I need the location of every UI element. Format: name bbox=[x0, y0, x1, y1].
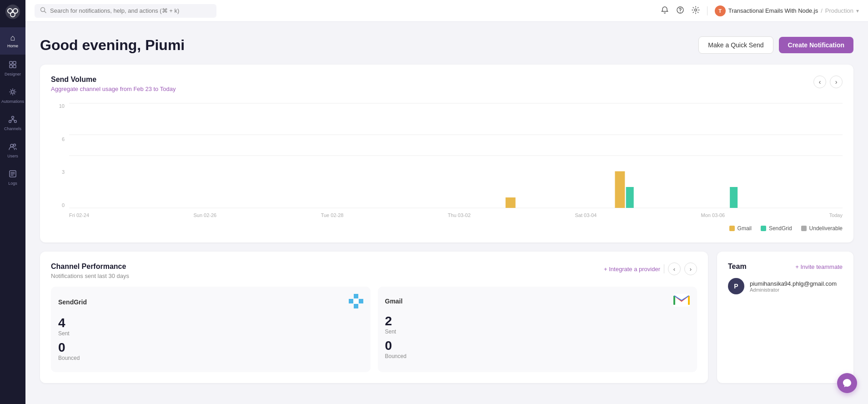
legend-undeliverable: Undeliverable bbox=[801, 225, 843, 232]
sidebar-logo bbox=[5, 4, 21, 20]
header-actions: Make a Quick Send Create Notification bbox=[698, 36, 853, 54]
search-icon bbox=[40, 7, 46, 15]
svg-rect-5 bbox=[13, 61, 16, 64]
team-card: Team + Invite teammate P piumihansika94.… bbox=[717, 252, 853, 383]
chart-x-mon: Mon 03-06 bbox=[701, 212, 725, 218]
workspace-selector[interactable]: T Transactional Emails With Node.js / Pr… bbox=[715, 5, 859, 16]
chart-x-labels: Fri 02-24 Sun 02-26 Tue 02-28 Thu 03-02 … bbox=[69, 209, 843, 222]
chart-x-sat: Sat 03-04 bbox=[575, 212, 597, 218]
workspace-env: Production bbox=[825, 7, 853, 14]
channel-prev-button[interactable]: ‹ bbox=[668, 263, 681, 275]
svg-rect-25 bbox=[354, 299, 358, 303]
legend-gmail: Gmail bbox=[729, 225, 752, 232]
workspace-chevron-icon: ▾ bbox=[856, 8, 859, 14]
chart-legend: Gmail SendGrid Undeliverable bbox=[51, 225, 843, 232]
chart-next-button[interactable]: › bbox=[830, 76, 843, 88]
bar-mon-gmail bbox=[615, 172, 625, 208]
chart-x-tue: Tue 02-28 bbox=[321, 212, 344, 218]
svg-point-18 bbox=[694, 9, 697, 11]
legend-sendgrid: SendGrid bbox=[761, 225, 792, 232]
chat-icon bbox=[842, 378, 852, 388]
sidebar-label-automations: Automations bbox=[1, 99, 24, 104]
svg-point-12 bbox=[10, 144, 13, 147]
sendgrid-other-label: Bounced bbox=[58, 355, 363, 361]
gmail-sent-label: Sent bbox=[385, 328, 690, 335]
settings-icon[interactable] bbox=[692, 6, 700, 16]
svg-point-13 bbox=[14, 144, 16, 146]
topbar-right: T Transactional Emails With Node.js / Pr… bbox=[661, 5, 859, 16]
gmail-sent-value: 2 bbox=[385, 314, 690, 328]
chart-y-0: 0 bbox=[62, 202, 65, 208]
channel-header-divider bbox=[664, 264, 664, 273]
channel-grid: SendGrid bbox=[51, 287, 697, 372]
sidebar-label-logs: Logs bbox=[8, 181, 17, 186]
sidebar-label-channels: Channels bbox=[4, 126, 21, 131]
logs-icon bbox=[9, 170, 17, 179]
channel-item-gmail-header: Gmail bbox=[385, 294, 690, 308]
team-member: P piumihansika94.phlg@gmail.com Administ… bbox=[728, 278, 843, 294]
content-area: Good evening, Piumi Make a Quick Send Cr… bbox=[25, 22, 868, 404]
chart-x-thu: Thu 03-02 bbox=[448, 212, 471, 218]
svg-point-8 bbox=[11, 91, 14, 93]
bell-icon[interactable] bbox=[661, 6, 669, 16]
channel-name-gmail: Gmail bbox=[385, 298, 403, 305]
channel-next-button[interactable]: › bbox=[684, 263, 697, 275]
svg-rect-4 bbox=[10, 61, 12, 64]
workspace-env-separator: / bbox=[821, 7, 823, 14]
topbar-divider bbox=[707, 6, 707, 15]
member-role: Administrator bbox=[750, 287, 843, 293]
page-title: Good evening, Piumi bbox=[40, 37, 185, 54]
svg-rect-30 bbox=[688, 296, 690, 305]
send-volume-subtitle: Aggregate channel usage from Feb 23 to T… bbox=[51, 86, 176, 92]
team-title: Team bbox=[728, 263, 747, 271]
gmail-other-label: Bounced bbox=[385, 353, 690, 359]
svg-point-17 bbox=[680, 12, 681, 13]
help-icon[interactable] bbox=[676, 6, 684, 16]
workspace-avatar: T bbox=[715, 5, 726, 16]
sidebar-item-logs[interactable]: Logs bbox=[0, 164, 25, 191]
chart-y-labels: 10 6 3 0 bbox=[51, 103, 67, 208]
sidebar-item-home[interactable]: ⌂ Home bbox=[0, 27, 25, 55]
chart-y-10: 10 bbox=[59, 103, 65, 109]
channel-item-gmail: Gmail bbox=[378, 287, 697, 372]
chart-y-6: 6 bbox=[62, 136, 65, 142]
quick-send-button[interactable]: Make a Quick Send bbox=[698, 36, 773, 54]
bar-mon-sendgrid bbox=[626, 187, 634, 208]
chart-prev-button[interactable]: ‹ bbox=[813, 76, 826, 88]
legend-sendgrid-dot bbox=[761, 226, 766, 231]
svg-rect-29 bbox=[673, 296, 675, 305]
chat-bubble[interactable] bbox=[837, 373, 857, 393]
sendgrid-sent-label: Sent bbox=[58, 330, 363, 337]
sendgrid-logo-icon bbox=[349, 294, 363, 310]
chart-svg-container bbox=[69, 103, 843, 208]
chart-svg bbox=[69, 103, 843, 208]
team-header: Team + Invite teammate bbox=[728, 263, 843, 271]
sidebar-label-designer: Designer bbox=[5, 72, 21, 76]
chart-x-sun: Sun 02-26 bbox=[193, 212, 216, 218]
sidebar: ⌂ Home Designer Automations bbox=[0, 0, 25, 404]
send-volume-title: Send Volume bbox=[51, 76, 176, 84]
automations-icon bbox=[9, 88, 17, 97]
channel-perf-title: Channel Performance bbox=[51, 263, 129, 271]
search-box[interactable] bbox=[35, 4, 216, 18]
sidebar-item-designer[interactable]: Designer bbox=[0, 55, 25, 82]
gmail-logo-icon bbox=[673, 294, 690, 308]
bar-sat-gmail bbox=[506, 197, 516, 208]
channel-performance-card: Channel Performance Notifications sent l… bbox=[40, 252, 708, 383]
workspace-name: Transactional Emails With Node.js bbox=[728, 7, 818, 14]
sidebar-item-automations[interactable]: Automations bbox=[0, 82, 25, 109]
legend-undeliverable-label: Undeliverable bbox=[809, 225, 843, 232]
bottom-section: Channel Performance Notifications sent l… bbox=[40, 252, 853, 383]
send-volume-card: Send Volume Aggregate channel usage from… bbox=[40, 65, 853, 242]
create-notification-button[interactable]: Create Notification bbox=[779, 37, 853, 53]
integrate-provider-link[interactable]: + Integrate a provider bbox=[604, 266, 660, 273]
channel-item-sendgrid: SendGrid bbox=[51, 287, 371, 372]
search-input[interactable] bbox=[50, 7, 211, 14]
legend-sendgrid-label: SendGrid bbox=[769, 225, 792, 232]
invite-teammate-link[interactable]: + Invite teammate bbox=[795, 263, 843, 270]
chart-y-3: 3 bbox=[62, 169, 65, 175]
svg-rect-7 bbox=[13, 65, 16, 68]
sidebar-item-channels[interactable]: Channels bbox=[0, 109, 25, 136]
sidebar-item-users[interactable]: Users bbox=[0, 136, 25, 164]
channel-perf-subtitle: Notifications sent last 30 days bbox=[51, 273, 129, 279]
